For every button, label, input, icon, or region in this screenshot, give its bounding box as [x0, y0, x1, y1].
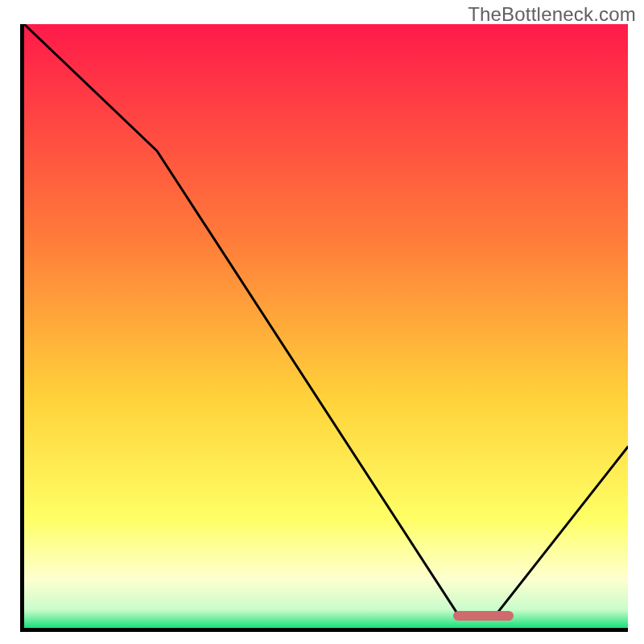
watermark-text: TheBottleneck.com [468, 3, 636, 26]
gradient-background [24, 24, 628, 628]
optimal-range-marker [453, 611, 514, 621]
chart-frame: TheBottleneck.com [0, 0, 644, 644]
plot-svg [24, 24, 628, 628]
plot-area [20, 24, 628, 632]
